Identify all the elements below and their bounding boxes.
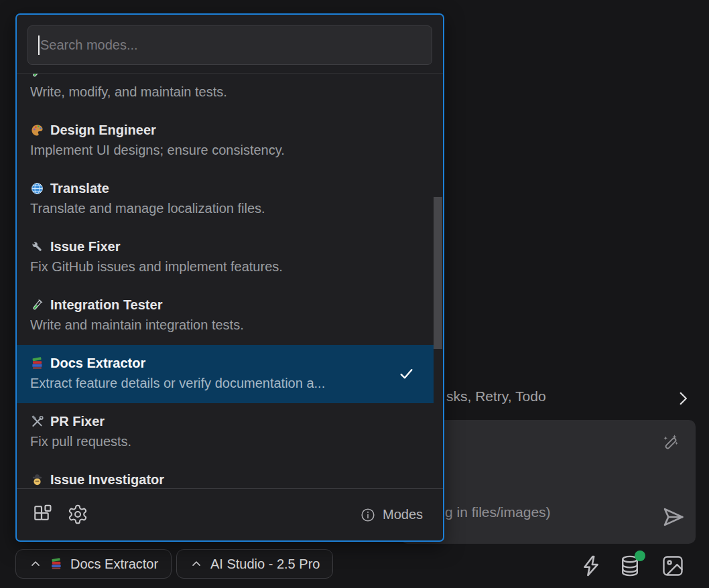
mode-option-translate[interactable]: TranslateTranslate and manage localizati… — [17, 170, 434, 228]
info-icon — [360, 507, 376, 523]
detective-icon — [30, 473, 44, 487]
chevron-right-icon[interactable] — [674, 390, 692, 407]
palette-icon — [30, 123, 44, 137]
test-tube-icon — [30, 74, 44, 80]
mode-title: Docs Extractor — [50, 356, 145, 371]
scrollbar-thumb[interactable] — [434, 197, 442, 349]
mode-selector-label: Docs Extractor — [70, 557, 158, 572]
mode-option-partial[interactable]: Write, modify, and maintain tests. — [17, 74, 434, 112]
books-icon — [30, 356, 44, 370]
chat-input-box[interactable]: g in files/images) — [401, 420, 696, 544]
chevron-up-icon — [29, 557, 42, 571]
search-input[interactable] — [27, 25, 432, 65]
chevron-up-icon — [190, 557, 203, 571]
mode-title: Translate — [50, 181, 109, 196]
image-icon[interactable] — [661, 554, 685, 578]
mode-selector-button[interactable]: Docs Extractor — [15, 549, 172, 579]
status-dot — [635, 550, 645, 561]
model-selector-label: AI Studio - 2.5 Pro — [210, 557, 320, 572]
mode-list-viewport: Write, modify, and maintain tests.Design… — [17, 74, 443, 488]
check-icon — [398, 366, 415, 382]
lightning-icon[interactable] — [579, 554, 603, 578]
mode-title: PR Fixer — [50, 414, 105, 429]
chat-input-placeholder[interactable]: g in files/images) — [445, 504, 551, 520]
mode-description: Translate and manage localization files. — [30, 198, 420, 218]
model-selector-button[interactable]: AI Studio - 2.5 Pro — [176, 549, 333, 579]
mode-description: Fix pull requests. — [30, 431, 420, 451]
mode-option-pr-fixer[interactable]: PR FixerFix pull requests. — [17, 403, 434, 461]
mode-description: Write, modify, and maintain tests. — [30, 82, 420, 102]
mode-option-design-engineer[interactable]: Design EngineerImplement UI designs; ens… — [17, 112, 434, 170]
mode-option-integration-tester[interactable]: Integration TesterWrite and maintain int… — [17, 287, 434, 345]
mode-title: Issue Investigator — [50, 472, 164, 488]
gear-icon[interactable] — [66, 504, 89, 526]
mode-option-issue-fixer[interactable]: Issue FixerFix GitHub issues and impleme… — [17, 228, 434, 287]
mode-title: Integration Tester — [50, 297, 162, 313]
mode-description: Fix GitHub issues and implement features… — [30, 256, 420, 277]
wrench-icon — [30, 240, 44, 254]
mode-description: Implement UI designs; ensure consistency… — [30, 140, 420, 160]
mode-description: Extract feature details or verify docume… — [30, 373, 420, 393]
hammer-wrench-icon — [30, 415, 44, 429]
task-summary-text: sks, Retry, Todo — [446, 388, 546, 405]
enhance-prompt-wand-icon[interactable] — [661, 433, 681, 453]
mode-option-issue-investigator[interactable]: Issue Investigator — [17, 461, 434, 488]
mode-description: Write and maintain integration tests. — [30, 315, 420, 335]
mode-list: Write, modify, and maintain tests.Design… — [17, 74, 434, 488]
text-caret — [38, 35, 40, 55]
mode-option-docs-extractor[interactable]: Docs ExtractorExtract feature details or… — [17, 345, 434, 403]
modes-label: Modes — [383, 507, 423, 522]
mode-picker-footer: Modes — [17, 488, 443, 540]
globe-icon — [30, 181, 44, 196]
books-icon — [50, 557, 63, 571]
send-icon[interactable] — [660, 504, 686, 530]
mode-picker-dialog: Write, modify, and maintain tests.Design… — [15, 13, 444, 542]
test-tube-icon — [30, 298, 44, 312]
mode-title: Design Engineer — [50, 123, 156, 138]
app-root: sks, Retry, Todo g in files/images) — [0, 0, 709, 588]
mode-title: Issue Fixer — [50, 239, 121, 254]
marketplace-extensions-icon[interactable] — [31, 504, 54, 526]
